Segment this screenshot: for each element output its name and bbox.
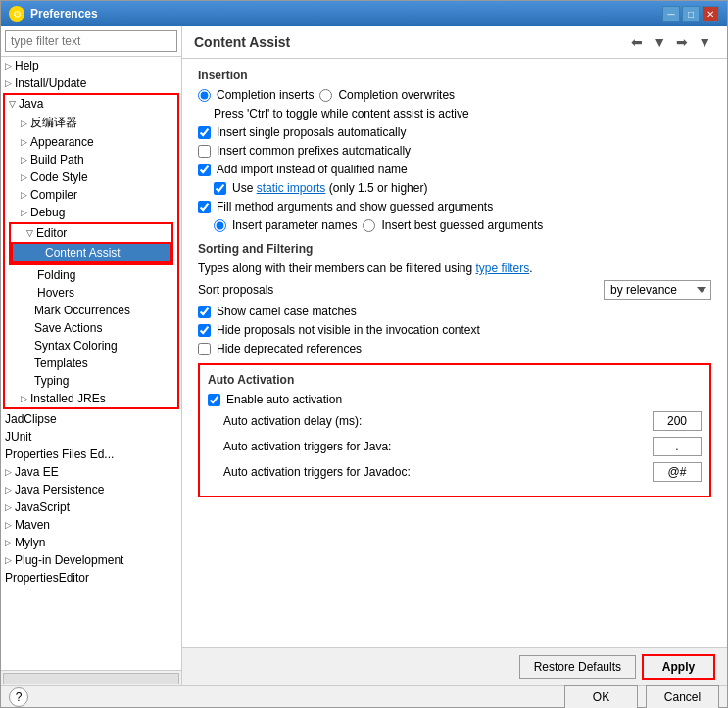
sidebar-item-debug[interactable]: ▷ Debug (5, 204, 177, 221)
arrow-icon: ▷ (5, 502, 12, 512)
arrow-icon: ▷ (21, 394, 27, 403)
sidebar-item-help[interactable]: ▷ Help (1, 57, 181, 74)
javadoc-triggers-input[interactable] (653, 462, 702, 482)
add-import-checkbox[interactable] (198, 164, 211, 176)
java-triggers-label: Auto activation triggers for Java: (223, 440, 653, 453)
static-imports-label: Use static imports (only 1.5 or higher) (232, 181, 427, 195)
arrow-icon: ▷ (21, 118, 27, 128)
title-bar-controls: ─ □ ✕ (662, 6, 719, 22)
insert-param-names-radio[interactable] (214, 219, 226, 232)
fill-method-label: Fill method arguments and show guessed a… (217, 200, 493, 213)
type-filters-link[interactable]: type filters (475, 261, 529, 275)
sidebar-item-code-style[interactable]: ▷ Code Style (5, 168, 177, 186)
show-camel-checkbox[interactable] (198, 306, 211, 318)
sidebar-item-compiler-cn[interactable]: ▷ 反编译器 (5, 113, 177, 133)
restore-defaults-button[interactable]: Restore Defaults (519, 655, 636, 679)
sidebar-item-maven[interactable]: ▷ Maven (1, 516, 181, 534)
sidebar-item-java[interactable]: ▽ Java (5, 95, 177, 113)
status-bar: ? OK Cancel (1, 685, 727, 707)
horizontal-scrollbar[interactable] (3, 673, 179, 684)
insert-single-row: Insert single proposals automatically (198, 125, 711, 139)
tree-scrollbar[interactable] (1, 670, 181, 685)
ok-cancel-buttons: OK Cancel (564, 685, 719, 709)
sidebar-item-hovers[interactable]: Hovers (5, 284, 177, 302)
add-import-label: Add import instead of qualified name (217, 163, 408, 176)
sidebar-item-properties-files-editor[interactable]: Properties Files Ed... (1, 446, 181, 463)
enable-auto-activation-checkbox[interactable] (208, 394, 220, 406)
insert-single-label: Insert single proposals automatically (217, 125, 406, 139)
sidebar-item-content-assist[interactable]: Content Assist (11, 242, 171, 263)
insert-common-checkbox[interactable] (198, 145, 211, 158)
completion-inserts-label: Completion inserts (217, 88, 314, 102)
nav-buttons: ⬅ ▼ ➡ ▼ (627, 32, 715, 52)
enable-auto-activation-row: Enable auto activation (208, 393, 702, 406)
param-names-row: Insert parameter names Insert best guess… (198, 218, 711, 232)
back-button[interactable]: ⬅ (627, 32, 647, 52)
insert-single-checkbox[interactable] (198, 126, 211, 139)
sidebar-item-mylyn[interactable]: ▷ Mylyn (1, 534, 181, 551)
static-imports-checkbox[interactable] (214, 182, 226, 195)
forward-button[interactable]: ➡ (672, 32, 692, 52)
sidebar-item-build-path[interactable]: ▷ Build Path (5, 151, 177, 168)
sidebar-item-compiler[interactable]: ▷ Compiler (5, 186, 177, 204)
delay-input[interactable] (653, 411, 702, 431)
arrow-icon: ▷ (21, 208, 27, 217)
forward-dropdown-button[interactable]: ▼ (694, 32, 715, 52)
back-dropdown-button[interactable]: ▼ (649, 32, 670, 52)
hide-deprecated-row: Hide deprecated references (198, 342, 711, 355)
fill-method-checkbox[interactable] (198, 201, 211, 213)
sidebar-item-plugin-development[interactable]: ▷ Plug-in Development (1, 551, 181, 569)
arrow-icon: ▷ (5, 538, 12, 547)
sidebar-item-java-ee[interactable]: ▷ Java EE (1, 463, 181, 481)
sidebar-item-syntax-coloring[interactable]: Syntax Coloring (5, 337, 177, 354)
sidebar-item-jadclipse[interactable]: JadClipse (1, 410, 181, 428)
maximize-button[interactable]: □ (682, 6, 700, 22)
add-import-row: Add import instead of qualified name (198, 163, 711, 176)
auto-activation-title: Auto Activation (208, 373, 702, 387)
sidebar-item-appearance[interactable]: ▷ Appearance (5, 133, 177, 151)
static-imports-row: Use static imports (only 1.5 or higher) (198, 181, 711, 195)
java-triggers-input[interactable] (653, 437, 702, 456)
hide-deprecated-checkbox[interactable] (198, 343, 211, 355)
title-bar: ⚙ Preferences ─ □ ✕ (1, 1, 727, 26)
completion-overwrites-radio[interactable] (319, 89, 332, 102)
page-title: Content Assist (194, 34, 290, 50)
editor-section: ▽ Editor Content Assist (9, 222, 173, 265)
javadoc-triggers-label: Auto activation triggers for Javadoc: (223, 465, 653, 479)
hide-not-visible-checkbox[interactable] (198, 324, 211, 337)
sidebar-item-install-update[interactable]: ▷ Install/Update (1, 74, 181, 92)
sort-proposals-row: Sort proposals by relevance alphabetical… (198, 280, 711, 300)
sidebar-item-editor[interactable]: ▽ Editor (11, 224, 171, 242)
sidebar-item-javascript[interactable]: ▷ JavaScript (1, 498, 181, 516)
sidebar-item-templates[interactable]: Templates (5, 354, 177, 372)
sidebar-item-java-persistence[interactable]: ▷ Java Persistence (1, 481, 181, 498)
sidebar-item-typing[interactable]: Typing (5, 372, 177, 390)
java-triggers-row: Auto activation triggers for Java: (208, 437, 702, 456)
insert-best-guessed-radio[interactable] (363, 219, 375, 232)
sidebar-item-save-actions[interactable]: Save Actions (5, 319, 177, 337)
right-header: Content Assist ⬅ ▼ ➡ ▼ (182, 26, 727, 59)
sidebar-item-installed-jres[interactable]: ▷ Installed JREs (5, 390, 177, 407)
close-button[interactable]: ✕ (702, 6, 719, 22)
apply-button[interactable]: Apply (642, 654, 715, 680)
sidebar-item-properties-editor[interactable]: PropertiesEditor (1, 569, 181, 587)
minimize-button[interactable]: ─ (662, 6, 680, 22)
sidebar-item-folding[interactable]: Folding (5, 266, 177, 284)
completion-row: Completion inserts Completion overwrites (198, 88, 711, 102)
sort-select[interactable]: by relevance alphabetically (604, 280, 711, 300)
right-body: Insertion Completion inserts Completion … (182, 59, 727, 647)
tree-area: ▷ Help ▷ Install/Update ▽ Java ▷ (1, 57, 181, 670)
help-button[interactable]: ? (9, 687, 28, 707)
arrow-icon: ▷ (5, 61, 12, 71)
title-bar-left: ⚙ Preferences (9, 6, 98, 22)
insertion-section-title: Insertion (198, 69, 711, 82)
types-filter-row: Types along with their members can be fi… (198, 261, 711, 275)
filter-input[interactable] (5, 30, 177, 52)
sidebar-item-mark-occurrences[interactable]: Mark Occurrences (5, 302, 177, 319)
sidebar-item-junit[interactable]: JUnit (1, 428, 181, 446)
cancel-button[interactable]: Cancel (646, 685, 719, 709)
completion-inserts-radio[interactable] (198, 89, 211, 102)
static-imports-link[interactable]: static imports (257, 181, 326, 195)
arrow-icon: ▷ (21, 172, 27, 182)
ok-button[interactable]: OK (564, 685, 638, 709)
